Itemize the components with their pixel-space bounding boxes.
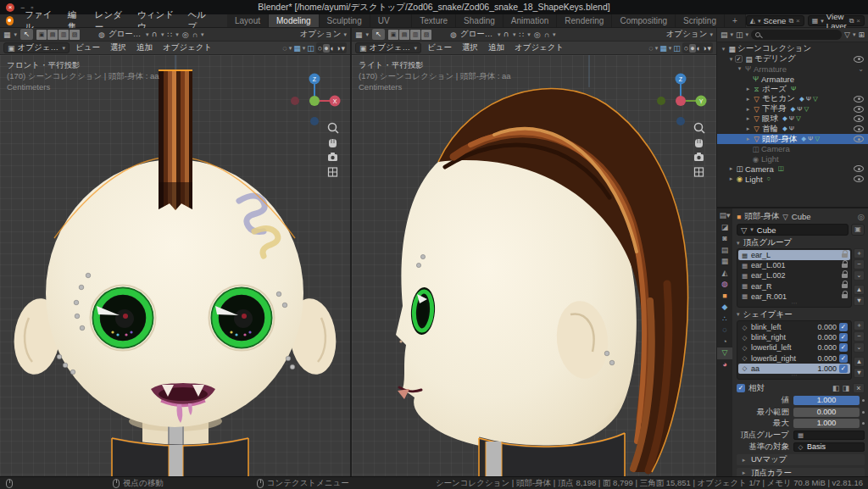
lock-icon[interactable] [842,274,848,278]
eye-icon[interactable] [854,165,864,172]
remove-shape-key-button[interactable]: − [854,331,865,342]
vertex-group-item[interactable]: ▦ ear_L.002 [738,270,850,281]
proportional-falloff-icon[interactable]: ∩ [192,31,198,39]
gizmo-toggle-icon[interactable]: ◌ [282,44,287,53]
select-box-tool-icon[interactable]: ↖ [20,29,33,40]
outliner-row-scene-collection[interactable]: ▾ ▦ シーンコレクション [717,44,868,54]
tool-tab-icon[interactable]: ◪ [717,222,732,234]
shading-material-icon[interactable]: ◐ [697,44,701,53]
eye-icon[interactable] [854,125,864,132]
lock-icon[interactable] [842,294,848,298]
mesh-name-field[interactable]: ▽▾ Cube [737,224,849,236]
add-shape-key-button[interactable]: ＋ [854,320,865,331]
snap-with-icon[interactable]: ∷ [520,31,525,39]
tab-rendering[interactable]: Rendering [557,14,612,27]
tool-options-dropdown[interactable]: オプション▾ [300,29,347,40]
pin-icon[interactable]: ◎ [858,212,865,221]
outliner-row-lower-body[interactable]: ▸ ▽ 下半身 ◆Ψ▽ [717,104,868,114]
outliner-row-mohican[interactable]: ▸ ▽ モヒカン ◆Ψ▽ [717,94,868,104]
fake-user-button[interactable]: ▣ [851,224,865,236]
constraints-tab-icon[interactable]: ◔ [717,336,732,348]
mode-dropdown[interactable]: ▣ オブジェクトモード▾ [3,42,70,53]
proportional-editing-icon[interactable]: ◎ [182,31,189,39]
relative-to-field[interactable]: ◇ Basis [793,442,865,452]
list-resize-handle[interactable]: ⋯ [738,302,850,306]
vertex-group-item[interactable]: ▦ ear_L [738,250,850,260]
menu-select[interactable]: 選択 [458,42,482,53]
viewport-canvas-side[interactable]: ライト・平行投影 (170) シーンコレクション | 頭部-身体 : aa Ce… [352,55,716,476]
shading-solid-icon[interactable]: ● [323,44,329,53]
shading-rendered-icon[interactable]: ◑ [702,44,706,53]
perspective-grid-icon[interactable] [329,168,337,176]
camera-view-icon[interactable] [694,153,704,161]
tab-uv-editing[interactable]: UV Editing [370,14,413,27]
overlays-toggle-icon[interactable]: ▦ [659,44,667,53]
clear-shape-keys-button[interactable]: × [853,383,865,393]
zoom-icon[interactable] [329,124,339,134]
outliner-row-armature-data[interactable]: Ψ Armature [717,74,868,84]
outliner-row-eyeball[interactable]: ▸ ▽ 眼球 ◆Ψ▽ [717,114,868,125]
eye-closed-icon[interactable]: ⌄ [858,65,864,73]
shading-rendered-icon[interactable]: ◑ [336,44,340,53]
xray-toggle-icon[interactable]: ◫ [673,44,681,53]
remove-vertex-group-button[interactable]: − [854,259,865,270]
select-box-tool-icon[interactable]: ↖ [372,29,385,40]
tab-texture-paint[interactable]: Texture Paint [412,14,456,27]
eye-icon[interactable] [854,56,864,63]
viewport-canvas-front[interactable]: フロント・平行投影 (170) シーンコレクション | 頭部-身体 : aa C… [0,55,350,476]
shape-key-pin-icon[interactable]: ◨ [842,384,849,392]
pan-hand-icon[interactable] [329,139,337,147]
outliner-row-head-body-selected[interactable]: ▸ ▽ 頭部-身体 ◆Ψ▽ [717,134,868,144]
menu-object[interactable]: オブジェクト [159,42,216,53]
vertex-group-specials-button[interactable]: ⌄ [854,270,865,281]
tab-animation[interactable]: Animation [504,14,557,27]
object-tab-icon[interactable]: ■ [717,291,732,303]
snap-magnet-icon[interactable]: ∪ [152,31,158,39]
shape-key-item[interactable]: ◇ blink_right 0.000 ✓ [738,332,850,342]
collection-checkbox[interactable]: ✓ [735,55,743,63]
editor-type-icon[interactable]: ▦ [355,31,363,39]
close-icon[interactable]: × [6,3,14,12]
outliner-search-input[interactable] [751,30,842,40]
eye-icon[interactable] [854,106,864,113]
outliner-row-light-child[interactable]: ◉ Light [717,154,868,164]
display-mode-icon[interactable]: ◫ [736,31,743,39]
new-scene-icon[interactable]: ⧉ [788,17,793,25]
shading-solid-icon[interactable]: ● [689,44,695,53]
zoom-icon[interactable] [695,124,705,134]
lock-icon[interactable] [842,284,848,288]
vertex-group-item[interactable]: ▦ ear_R [738,281,850,292]
shading-wireframe-icon[interactable]: ○ [684,44,688,53]
remove-view-layer-icon[interactable]: × [856,17,860,25]
eye-icon[interactable] [854,175,864,182]
lock-icon[interactable] [842,253,848,258]
tab-modeling[interactable]: Modeling [269,14,320,27]
blender-logo-icon[interactable] [6,16,14,25]
tab-sculpting[interactable]: Sculpting [320,14,370,27]
material-tab-icon[interactable]: ◕ [717,359,732,371]
relative-checkbox[interactable]: ✓ [737,384,745,392]
output-tab-icon[interactable]: ▤ [717,245,732,257]
menu-object[interactable]: オブジェクト [510,42,568,53]
shape-key-checkbox[interactable]: ✓ [839,323,848,331]
tab-add-workspace[interactable]: + [725,14,746,27]
lock-icon[interactable] [842,264,848,268]
tool-options-dropdown[interactable]: オプション▾ [666,29,713,40]
outliner-row-camera[interactable]: ▸ ◫ Camera ◫ [717,164,868,175]
gizmo-toggle-icon[interactable]: ◌ [648,44,653,53]
xray-toggle-icon[interactable]: ◫ [307,44,314,53]
outliner-row-armature-parent[interactable]: ▾ Ψ Armature ⌄ [717,64,868,75]
perspective-grid-icon[interactable] [695,168,704,176]
vertex-groups-panel-header[interactable]: ▾頂点グループ [737,237,865,248]
vertex-colors-panel-header[interactable]: ▸頂点カラー [737,468,865,476]
tab-shading[interactable]: Shading [456,14,504,27]
list-resize-handle[interactable]: ⋯ [738,374,850,378]
select-mode-segment[interactable]: ▣▤▥▨ [36,30,80,40]
animate-dot[interactable] [862,411,865,414]
move-up-button[interactable]: ▲ [854,357,865,367]
properties-editor-icon[interactable]: ▤▾ [717,210,732,222]
unlink-scene-icon[interactable]: × [796,17,800,25]
pan-hand-icon[interactable] [695,139,703,147]
view-layer-selector[interactable]: ▦▾ View Layer ⧉ × [808,15,865,26]
tab-layout[interactable]: Layout [227,14,269,27]
